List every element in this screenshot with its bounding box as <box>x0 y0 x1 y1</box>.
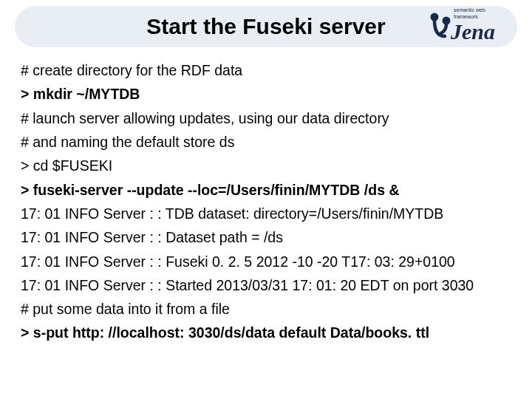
title-pill: Start the Fuseki server semantic web fra… <box>15 6 517 47</box>
title-bar: Start the Fuseki server semantic web fra… <box>15 6 517 47</box>
page-title: Start the Fuseki server <box>146 14 385 39</box>
logo-tagline-2: framework <box>454 14 478 19</box>
comment-line: # launch server allowing updates, using … <box>21 109 511 128</box>
command-line: > fuseki-server --update --loc=/Users/fi… <box>21 180 511 200</box>
log-line: 17: 01 INFO Server : : Started 2013/03/3… <box>21 276 511 295</box>
log-line: 17: 01 INFO Server : : Fuseki 0. 2. 5 20… <box>21 252 511 271</box>
comment-line: # put some data into it from a file <box>21 299 511 318</box>
slide-content: # create directory for the RDF data > mk… <box>0 61 532 343</box>
comment-line: # and naming the default store ds <box>21 132 511 151</box>
jena-logo: semantic web framework Jena <box>424 4 520 49</box>
logo-tagline-1: semantic web <box>454 7 485 13</box>
logo-brand: Jena <box>450 19 495 44</box>
log-line: 17: 01 INFO Server : : TDB dataset: dire… <box>21 204 511 223</box>
log-line: 17: 01 INFO Server : : Dataset path = /d… <box>21 228 511 247</box>
command-line: > cd $FUSEKI <box>21 156 511 175</box>
command-line: > mkdir ~/MYTDB <box>21 84 511 103</box>
comment-line: # create directory for the RDF data <box>21 61 511 80</box>
command-line: > s-put http: //localhost: 3030/ds/data … <box>21 323 511 342</box>
